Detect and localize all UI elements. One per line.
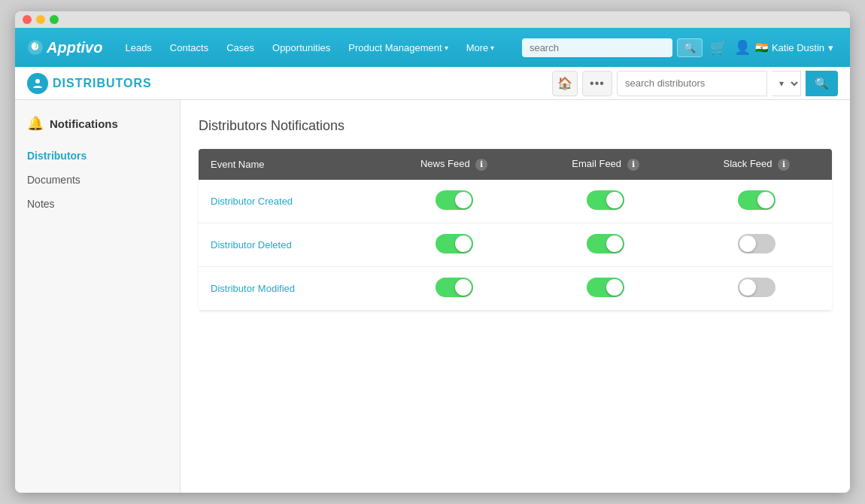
- page-module-title: DISTRIBUTORS: [53, 77, 152, 90]
- toggle-email_feed-row0[interactable]: [587, 190, 624, 210]
- toggle-cell-slack_feed: [681, 266, 832, 310]
- table-row: Distributor Created: [199, 180, 832, 223]
- distributor-search-input[interactable]: [617, 71, 767, 96]
- table-header-row: Event Name News Feed ℹ Email Feed ℹ Slac…: [199, 149, 832, 180]
- nav-contacts[interactable]: Contacts: [162, 38, 216, 58]
- chevron-down-icon: ▾: [445, 44, 448, 52]
- table-row: Distributor Deleted: [199, 223, 832, 266]
- sidebar: 🔔 Notifications Distributors Documents N…: [15, 100, 181, 493]
- close-button[interactable]: [23, 15, 32, 24]
- subheader-logo: DISTRIBUTORS: [27, 73, 152, 94]
- event-name-cell: Distributor Modified: [199, 266, 378, 310]
- app-window: Apptivo Leads Contacts Cases Opportuniti…: [15, 11, 850, 493]
- distributor-search-button[interactable]: 🔍: [806, 71, 838, 96]
- nav-opportunities[interactable]: Opportunities: [265, 38, 338, 58]
- subheader-right: 🏠 ••• ▾ 🔍: [552, 71, 838, 96]
- toggle-cell-slack_feed: [681, 180, 832, 223]
- toggle-cell-slack_feed: [681, 223, 832, 266]
- sidebar-item-notes[interactable]: Notes: [15, 192, 180, 216]
- toggle-cell-news_feed: [378, 180, 530, 223]
- logo[interactable]: Apptivo: [27, 39, 102, 56]
- toggle-cell-news_feed: [378, 266, 530, 310]
- nav-icons: 🛒 👤: [710, 39, 751, 56]
- toggle-news_feed-row2[interactable]: [436, 278, 473, 297]
- minimize-button[interactable]: [36, 15, 45, 24]
- search-area: 🔍: [522, 38, 703, 57]
- bell-icon: 🔔: [27, 115, 44, 132]
- toggle-cell-email_feed: [530, 223, 681, 266]
- distributor-icon: [27, 73, 48, 94]
- more-button[interactable]: •••: [582, 71, 612, 96]
- content-area: Distributors Notifications Event Name Ne…: [181, 100, 850, 493]
- col-news-feed: News Feed ℹ: [378, 149, 530, 180]
- toggle-news_feed-row1[interactable]: [436, 234, 473, 254]
- nav-cases[interactable]: Cases: [219, 38, 262, 58]
- toggle-email_feed-row1[interactable]: [587, 234, 624, 254]
- toggle-cell-email_feed: [530, 266, 681, 310]
- user-info[interactable]: 🇮🇳 Katie Dustin ▾: [751, 38, 838, 56]
- titlebar: [15, 11, 850, 28]
- subheader: DISTRIBUTORS 🏠 ••• ▾ 🔍: [15, 67, 850, 100]
- sidebar-item-distributors[interactable]: Distributors: [15, 144, 180, 168]
- col-slack-feed: Slack Feed ℹ: [681, 149, 832, 180]
- global-search-button[interactable]: 🔍: [677, 38, 703, 57]
- nav-links: Leads Contacts Cases Opportunities Produ…: [117, 38, 521, 58]
- home-button[interactable]: 🏠: [552, 71, 578, 96]
- main-content: 🔔 Notifications Distributors Documents N…: [15, 100, 850, 493]
- email-feed-info-icon[interactable]: ℹ: [627, 159, 639, 171]
- logo-text: Apptivo: [47, 39, 102, 56]
- slack-feed-info-icon[interactable]: ℹ: [778, 159, 790, 171]
- nav-product-management[interactable]: Product Management ▾: [341, 38, 455, 58]
- toggle-cell-email_feed: [530, 180, 681, 223]
- table-row: Distributor Modified: [199, 266, 832, 310]
- navbar: Apptivo Leads Contacts Cases Opportuniti…: [15, 28, 850, 67]
- maximize-button[interactable]: [50, 15, 59, 24]
- toggle-news_feed-row0[interactable]: [436, 190, 473, 210]
- distributor-search-dropdown[interactable]: ▾: [772, 71, 801, 96]
- nav-more[interactable]: More ▾: [459, 38, 502, 58]
- nav-leads[interactable]: Leads: [117, 38, 159, 58]
- col-event-name: Event Name: [199, 149, 378, 180]
- event-name-cell: Distributor Deleted: [199, 223, 378, 266]
- person-icon[interactable]: 👤: [734, 39, 751, 56]
- user-dropdown-icon: ▾: [828, 42, 833, 53]
- cart-icon[interactable]: 🛒: [710, 39, 727, 56]
- svg-point-1: [35, 79, 40, 83]
- user-flag: 🇮🇳: [755, 41, 768, 53]
- sidebar-section-label: Notifications: [50, 117, 118, 130]
- toggle-cell-news_feed: [378, 223, 530, 266]
- sidebar-item-documents[interactable]: Documents: [15, 168, 180, 192]
- notifications-table: Event Name News Feed ℹ Email Feed ℹ Slac…: [199, 149, 832, 311]
- toggle-slack_feed-row2[interactable]: [738, 278, 775, 297]
- event-name-cell: Distributor Created: [199, 180, 378, 223]
- col-email-feed: Email Feed ℹ: [530, 149, 681, 180]
- page-title: Distributors Notifications: [199, 118, 832, 134]
- toggle-slack_feed-row0[interactable]: [738, 190, 775, 210]
- user-name: Katie Dustin: [772, 42, 824, 53]
- toggle-slack_feed-row1[interactable]: [738, 234, 775, 254]
- toggle-email_feed-row2[interactable]: [587, 278, 624, 297]
- chevron-down-icon: ▾: [490, 44, 494, 52]
- sidebar-section-notifications: 🔔 Notifications: [15, 112, 180, 135]
- news-feed-info-icon[interactable]: ℹ: [475, 159, 487, 171]
- sidebar-heading: 🔔 Notifications: [27, 112, 168, 135]
- global-search-input[interactable]: [522, 38, 672, 57]
